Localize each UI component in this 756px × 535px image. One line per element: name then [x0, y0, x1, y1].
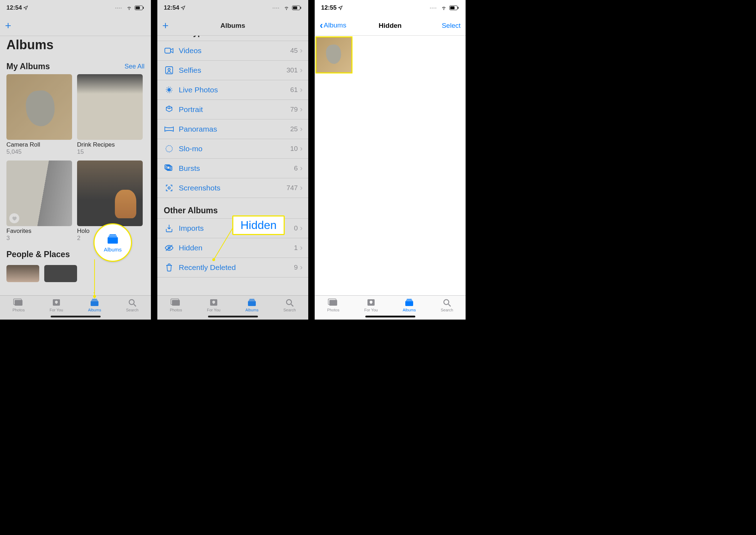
wifi-icon — [126, 5, 132, 10]
chevron-right-icon: › — [300, 124, 303, 134]
tab-photos[interactable]: Photos — [170, 298, 182, 320]
home-indicator[interactable] — [51, 316, 101, 317]
add-album-button[interactable]: + — [5, 20, 11, 31]
tab-photos[interactable]: Photos — [327, 298, 339, 320]
tab-search[interactable]: Search — [126, 298, 138, 320]
home-indicator[interactable] — [365, 316, 415, 317]
row-panoramas[interactable]: Panoramas 25 › — [157, 119, 308, 139]
slomo-icon — [163, 144, 175, 153]
row-hidden[interactable]: Hidden 1 › — [157, 238, 308, 258]
svg-rect-50 — [407, 299, 412, 300]
album-drink-recipes[interactable]: Drink Recipes 15 — [77, 74, 143, 156]
svg-rect-19 — [165, 48, 171, 53]
row-screenshots[interactable]: Screenshots 747 › — [157, 178, 308, 198]
import-icon — [163, 224, 175, 233]
cellular-icon — [273, 7, 279, 9]
svg-rect-44 — [458, 7, 458, 9]
nav-title: Hidden — [315, 22, 466, 30]
svg-rect-36 — [249, 300, 255, 301]
panorama-icon — [163, 126, 175, 133]
row-portrait[interactable]: Portrait 79 › — [157, 100, 308, 119]
svg-rect-37 — [249, 299, 254, 300]
nav-bar: ‹ Albums Hidden Select — [315, 16, 466, 36]
svg-point-51 — [444, 300, 449, 305]
svg-point-29 — [168, 187, 170, 189]
chevron-right-icon: › — [300, 105, 303, 114]
battery-icon — [449, 5, 459, 10]
svg-line-10 — [134, 304, 136, 306]
wifi-icon — [283, 5, 290, 10]
svg-rect-12 — [108, 235, 117, 236]
video-icon — [163, 47, 175, 54]
svg-point-24 — [168, 89, 170, 91]
annotation-albums-tab-highlight: Albums — [93, 223, 132, 262]
heart-icon — [9, 213, 19, 223]
svg-rect-48 — [405, 301, 413, 306]
chevron-right-icon: › — [300, 243, 303, 253]
cellular-icon — [430, 7, 436, 9]
row-videos[interactable]: Videos 45 › — [157, 41, 308, 61]
status-bar: 12:54 — [0, 0, 151, 16]
svg-rect-13 — [110, 234, 116, 235]
live-photos-icon — [163, 86, 175, 94]
status-bar: 12:55 — [315, 0, 466, 16]
chevron-right-icon: › — [300, 183, 303, 193]
nav-title: Albums — [157, 22, 308, 30]
location-icon — [338, 5, 343, 10]
svg-rect-11 — [108, 237, 118, 243]
svg-point-25 — [166, 146, 172, 152]
row-selfies[interactable]: Selfies 301 › — [157, 61, 308, 80]
svg-point-21 — [168, 68, 170, 71]
chevron-right-icon: › — [300, 224, 303, 233]
chevron-right-icon: › — [300, 66, 303, 75]
row-slo-mo[interactable]: Slo-mo 10 › — [157, 139, 308, 159]
tab-search[interactable]: Search — [441, 298, 453, 320]
svg-rect-49 — [406, 300, 412, 301]
see-all-link[interactable]: See All — [125, 63, 144, 70]
media-types-list: Videos 45 › Selfies 301 › Live Photos 61… — [157, 41, 308, 198]
album-favorites[interactable]: Favorites 3 — [6, 160, 72, 242]
screenshot-2-albums-list: 12:54 + Albums Media Types Videos 45 › — [157, 0, 308, 320]
row-recently-deleted[interactable]: Recently Deleted 9 › — [157, 258, 308, 277]
svg-rect-8 — [92, 299, 97, 300]
screenshot-icon — [163, 184, 175, 192]
selfie-icon — [163, 66, 175, 75]
svg-rect-7 — [91, 300, 98, 301]
svg-rect-18 — [300, 7, 301, 9]
row-bursts[interactable]: Bursts 6 › — [157, 159, 308, 178]
tab-search[interactable]: Search — [283, 298, 296, 320]
album-camera-roll[interactable]: Camera Roll 5,045 — [6, 74, 72, 156]
svg-point-9 — [129, 300, 134, 305]
tab-photos[interactable]: Photos — [12, 298, 25, 320]
location-icon — [23, 5, 28, 10]
wifi-icon — [441, 5, 447, 10]
chevron-right-icon: › — [300, 164, 303, 173]
screenshot-3-hidden-album: 12:55 ‹ Albums Hidden Select Photos — [315, 0, 466, 320]
home-indicator[interactable] — [208, 316, 258, 317]
location-icon — [181, 5, 186, 10]
cellular-icon — [115, 7, 122, 9]
screenshot-1-albums-overview: 12:54 + Albums My Albums See All C — [0, 0, 151, 320]
status-time: 12:55 — [321, 4, 336, 11]
burst-icon — [163, 164, 175, 172]
status-time: 12:54 — [6, 4, 22, 11]
svg-rect-6 — [91, 301, 98, 306]
svg-rect-43 — [450, 6, 455, 9]
section-my-albums: My Albums — [6, 62, 50, 71]
annotation-hidden-highlight: Hidden — [232, 215, 285, 235]
status-time: 12:54 — [164, 4, 179, 11]
svg-line-52 — [448, 304, 451, 306]
chevron-right-icon: › — [300, 46, 303, 55]
person-thumb-1[interactable] — [6, 265, 39, 282]
portrait-icon — [163, 105, 175, 114]
svg-rect-1 — [136, 6, 140, 9]
svg-rect-17 — [293, 6, 297, 9]
page-title: Albums — [0, 36, 151, 57]
section-media-types-partial: Media Types — [157, 36, 308, 38]
person-thumb-2[interactable] — [44, 265, 77, 282]
chevron-right-icon: › — [300, 144, 303, 153]
hidden-photo-1[interactable] — [315, 36, 352, 73]
battery-icon — [292, 5, 302, 10]
row-live-photos[interactable]: Live Photos 61 › — [157, 80, 308, 100]
svg-rect-2 — [143, 7, 144, 9]
